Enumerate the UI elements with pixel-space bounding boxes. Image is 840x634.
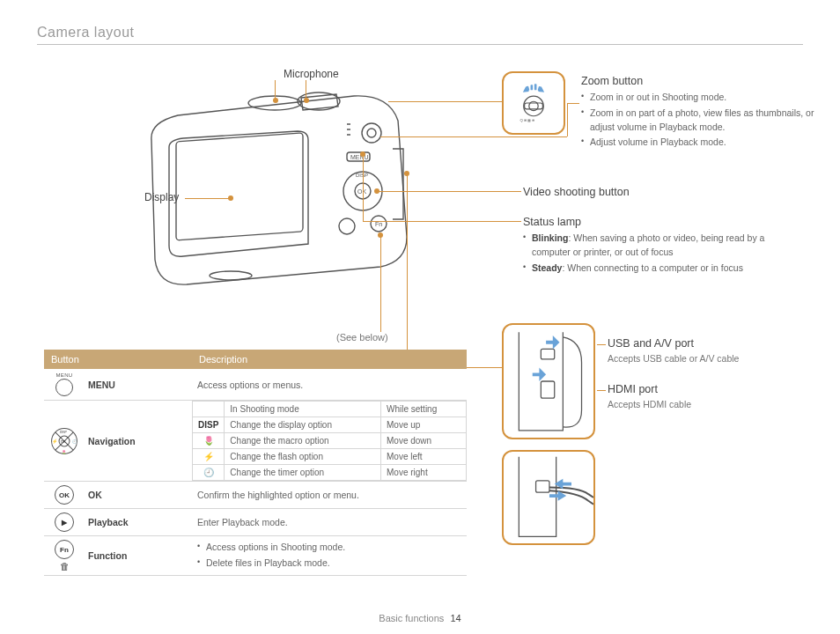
- callout-usb: USB and A/V port Accepts USB cable or A/…: [608, 337, 801, 364]
- navigation-subtable: In Shooting mode While setting DISP Chan…: [192, 401, 467, 481]
- sub-cell: Change the display option: [225, 417, 381, 433]
- leader-line: [363, 221, 521, 222]
- leader-line: [377, 191, 521, 192]
- row-name: Navigation: [85, 401, 192, 481]
- macro-icon: 🌷: [193, 433, 225, 449]
- zoom-icon: Q ⊞ ▦ ⊕: [511, 80, 556, 126]
- svg-text:Q ⊞   ▦ ⊕: Q ⊞ ▦ ⊕: [519, 118, 534, 122]
- subtable-row: DISP Change the display option Move up: [193, 417, 467, 433]
- svg-rect-24: [541, 381, 554, 398]
- row-desc: Confirm the highlighted option or menu.: [192, 486, 467, 504]
- svg-point-15: [524, 96, 544, 116]
- camera-back-illustration: MENU OK DISP Fn: [125, 87, 424, 290]
- callout-hdmi: HDMI port Accepts HDMI cable: [608, 383, 801, 409]
- svg-text:⚡: ⚡: [52, 438, 58, 444]
- port-inset-bottom: [502, 450, 595, 545]
- leader-dot: [378, 232, 383, 238]
- footer-page-number: 14: [450, 613, 461, 623]
- leader-line: [380, 136, 567, 137]
- sub-cell: Move right: [380, 465, 466, 481]
- row-name: Function: [85, 547, 192, 564]
- svg-rect-19: [534, 84, 537, 90]
- table-row-playback: ▶ Playback Enter Playback mode.: [44, 509, 467, 536]
- subtable-row: ⚡ Change the flash option Move left: [193, 449, 467, 465]
- callout-item: Zoom in on part of a photo, view files a…: [581, 107, 819, 135]
- row-name: OK: [85, 486, 192, 504]
- row-name: MENU: [85, 376, 192, 394]
- port-illustration-1: [504, 325, 593, 438]
- leader-dot: [273, 98, 278, 103]
- camera-svg: MENU OK DISP Fn: [125, 87, 424, 290]
- row-desc: Access options in Shooting mode. Delete …: [192, 536, 467, 575]
- table-header: Button Description: [44, 350, 467, 369]
- table-row-ok: OK OK Confirm the highlighted option or …: [44, 482, 467, 509]
- sub-cell: Change the timer option: [225, 465, 381, 481]
- page-footer: Basic functions 14: [0, 613, 840, 623]
- svg-point-14: [210, 271, 252, 280]
- label-see-below: (See below): [336, 332, 388, 343]
- leader-line: [597, 390, 606, 391]
- svg-rect-23: [541, 349, 554, 359]
- callout-item: Adjust volume in Playback mode.: [581, 136, 819, 150]
- callout-title: Status lamp: [523, 216, 805, 228]
- callout-title: USB and A/V port: [608, 337, 801, 350]
- callout-sub: Accepts USB cable or A/V cable: [608, 353, 801, 364]
- port-inset-top: [502, 323, 595, 439]
- row-desc-subtable: In Shooting mode While setting DISP Chan…: [192, 401, 467, 481]
- callout-sub: Accepts HDMI cable: [608, 399, 801, 409]
- leader-dot: [360, 151, 365, 157]
- leader-dot: [228, 195, 233, 201]
- timer-icon: 🕘: [193, 465, 225, 481]
- disp-icon: DISP: [193, 417, 225, 433]
- callout-zoom: Zoom button Zoom in or out in Shooting m…: [581, 75, 819, 151]
- callout-video: Video shooting button: [523, 186, 752, 202]
- navigation-wheel-icon: OK DISP ⚡ 🕘 🌷: [44, 401, 85, 481]
- svg-rect-18: [531, 85, 534, 90]
- svg-rect-0: [176, 133, 303, 240]
- port-illustration-2: [504, 452, 593, 543]
- svg-point-3: [362, 123, 381, 143]
- leader-dot: [374, 188, 379, 194]
- row-desc: Enter Playback mode.: [192, 513, 467, 531]
- sub-cell: Change the flash option: [225, 449, 381, 465]
- leader-dot: [404, 171, 409, 176]
- leader-line: [597, 344, 606, 345]
- table-row-navigation: OK DISP ⚡ 🕘 🌷 Navigation In Shooting mod…: [44, 401, 467, 482]
- svg-point-4: [367, 129, 376, 137]
- sub-cell: Change the macro option: [225, 433, 381, 449]
- sub-cell: Move up: [380, 417, 466, 433]
- button-description-table: Button Description MENU MENU Access opti…: [44, 350, 467, 576]
- svg-text:Fn: Fn: [375, 221, 382, 227]
- flash-icon: ⚡: [193, 449, 225, 465]
- callout-item: Zoom in or out in Shooting mode.: [581, 91, 819, 105]
- callout-title: Zoom button: [581, 75, 819, 87]
- page-title: Camera layout: [37, 25, 803, 41]
- callout-title: HDMI port: [608, 383, 801, 395]
- svg-text:OK: OK: [61, 439, 66, 443]
- row-name: Playback: [85, 513, 192, 531]
- footer-section: Basic functions: [379, 613, 444, 623]
- table-head-button: Button: [44, 350, 192, 369]
- callout-item: Steady: When connecting to a computer or…: [523, 262, 805, 276]
- sub-cell: Move down: [380, 433, 466, 449]
- svg-point-11: [339, 218, 355, 234]
- leader-line: [388, 101, 503, 102]
- subtable-row: 🌷 Change the macro option Move down: [193, 433, 467, 449]
- leader-line: [275, 80, 276, 100]
- svg-rect-17: [525, 103, 543, 109]
- svg-text:DISP: DISP: [356, 173, 368, 178]
- leader-line: [567, 103, 568, 136]
- svg-rect-25: [536, 481, 549, 492]
- playback-button-icon: ▶: [44, 509, 85, 535]
- sub-head-shooting: In Shooting mode: [225, 402, 381, 417]
- leader-dot: [304, 98, 309, 103]
- divider-top: [37, 44, 803, 45]
- svg-text:🕘: 🕘: [72, 439, 77, 444]
- table-head-description: Description: [192, 350, 467, 369]
- leader-line: [306, 80, 306, 100]
- leader-line: [407, 173, 408, 367]
- leader-line: [567, 103, 579, 104]
- menu-button-icon: MENU: [44, 369, 85, 400]
- leader-line: [363, 154, 364, 221]
- callout-title: Video shooting button: [523, 186, 752, 198]
